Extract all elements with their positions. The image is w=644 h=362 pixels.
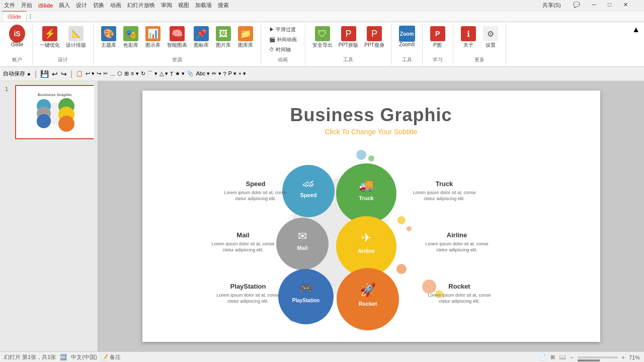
pptslim-button[interactable]: P PPT瘦身 xyxy=(361,24,387,50)
transition-menu[interactable]: 切换 xyxy=(93,2,104,9)
collapse-ribbon-btn[interactable]: ▲ xyxy=(630,23,642,36)
toolbar-copy-btn[interactable]: 📋 xyxy=(76,70,83,77)
addins-menu[interactable]: 加载项 xyxy=(195,2,212,9)
view-menu[interactable]: 视图 xyxy=(178,2,189,9)
svg-text:ctetur adipiscing elit.: ctetur adipiscing elit. xyxy=(436,247,477,252)
svg-text:✉: ✉ xyxy=(298,230,307,242)
normal-view-btn[interactable]: 📄 xyxy=(539,354,546,360)
svg-text:🎮: 🎮 xyxy=(299,282,313,295)
pptslim-label: PPT瘦身 xyxy=(364,42,384,49)
toolbar-txtbox-btn[interactable]: T xyxy=(170,71,174,77)
toolbar-shape2-btn[interactable]: △ ▾ xyxy=(159,70,168,77)
zoom-level[interactable]: 71% xyxy=(629,354,640,360)
toolbar-arrange-btn[interactable]: ⊞ xyxy=(124,70,129,77)
undo-btn[interactable]: ↩ xyxy=(52,70,58,78)
layout-button[interactable]: 📐 设计排版 xyxy=(63,24,89,50)
svg-text:🚚: 🚚 xyxy=(359,177,374,192)
insert-menu[interactable]: 插入 xyxy=(59,2,70,9)
photos-button[interactable]: 🖼 图片库 xyxy=(212,24,234,50)
toolbar-ref-btn[interactable]: 📎 xyxy=(187,70,194,77)
gallery-button[interactable]: 📁 图库库 xyxy=(234,24,257,50)
more-btn-group: ℹ 关于 ⚙ 设置 xyxy=(457,24,502,56)
icons-button[interactable]: 📌 图标库 xyxy=(190,24,212,50)
zoom-in-btn[interactable]: + xyxy=(622,354,625,360)
islide-button[interactable]: iS iSlide xyxy=(6,24,28,49)
slideshow-menu[interactable]: 幻灯片放映 xyxy=(127,2,155,9)
smartchart-button[interactable]: 🧠 智能图表 xyxy=(164,24,190,50)
slide-panel: 1 Business Graphic xyxy=(0,81,98,351)
svg-text:PlayStation: PlayStation xyxy=(230,283,266,290)
smartchart-label: 智能图表 xyxy=(167,42,187,49)
zoom-bar[interactable] xyxy=(578,356,618,358)
tab-islide[interactable]: iSlide xyxy=(2,11,27,22)
icons-label: 图标库 xyxy=(194,42,209,49)
optimize-button[interactable]: ⚡ 一键优化 xyxy=(37,24,63,50)
toolbar-abc-btn[interactable]: Abc ▾ xyxy=(196,70,210,77)
toolbar-redo2-btn[interactable]: ↪ xyxy=(97,70,101,77)
slide-sorter-btn[interactable]: ⊞ xyxy=(550,354,555,360)
optimize-label: 一键优化 xyxy=(40,42,60,49)
safeexport-button[interactable]: 🛡 安全导出 xyxy=(309,24,336,50)
islide-group-label: 账户 xyxy=(12,56,22,64)
diagram-button[interactable]: 📊 图示库 xyxy=(142,24,164,50)
svg-point-5 xyxy=(37,114,51,128)
slide-canvas: Business Graphic Click To Change Your Su… xyxy=(142,90,600,342)
pgraph-group-label: 学习 xyxy=(433,56,443,64)
ribbon-group-zoomit: Zoom ZoomIt 工具 xyxy=(392,23,423,65)
search-menu[interactable]: 搜索 xyxy=(218,2,229,9)
slide-thumbnail[interactable]: Business Graphic xyxy=(15,85,94,139)
pptprint-button[interactable]: P PPT拼版 xyxy=(336,24,361,50)
toolbar-anim-btn[interactable]: ★ ▾ xyxy=(175,70,185,77)
svg-text:🚀: 🚀 xyxy=(360,282,376,298)
islide-menu[interactable]: iSlide xyxy=(38,3,53,9)
svg-point-27 xyxy=(278,269,334,324)
slide-title[interactable]: Business Graphic xyxy=(142,90,600,126)
settings-button[interactable]: ⚙ 设置 xyxy=(479,24,502,50)
design-menu[interactable]: 设计 xyxy=(76,2,87,9)
toolbar-shapes-btn[interactable]: ⬡ xyxy=(117,70,122,77)
pptprint-icon: P xyxy=(341,26,357,42)
zoom-out-btn[interactable]: − xyxy=(570,354,573,360)
maximize-btn[interactable]: □ xyxy=(608,2,611,9)
ribbon-tabs: iSlide | xyxy=(0,11,644,22)
toolbar-help-btn[interactable]: ? xyxy=(223,71,226,77)
minimize-btn[interactable]: ─ xyxy=(592,2,596,9)
zoomit-button[interactable]: Zoom ZoomIt xyxy=(396,24,418,49)
animation-menu[interactable]: 动画 xyxy=(110,2,121,9)
toolbar-align-btn[interactable]: ≡ ▾ xyxy=(131,70,138,77)
file-menu[interactable]: 文件 xyxy=(4,2,15,9)
islide-icon: iS xyxy=(9,26,25,42)
home-menu[interactable]: 开始 xyxy=(21,2,32,9)
toolbar-rotate-btn[interactable]: ↻ xyxy=(141,70,145,77)
icons-icon: 📌 xyxy=(193,26,209,42)
toolbar-extra-btn[interactable]: + ▾ xyxy=(238,70,246,77)
toolbar-edit-btn[interactable]: ✏ ▾ xyxy=(212,70,221,77)
toolbar-connector-btn[interactable]: ⌒ ▾ xyxy=(147,70,157,77)
review-menu[interactable]: 审阅 xyxy=(161,2,172,9)
toolbar-undo2-btn[interactable]: ↩ ▾ xyxy=(86,70,95,77)
svg-text:PlayStation: PlayStation xyxy=(292,298,319,303)
theme-button[interactable]: 🎨 主题库 xyxy=(98,24,120,50)
tween-button[interactable]: 🎬 补间动画 xyxy=(267,35,299,44)
color-button[interactable]: 🎭 色彩库 xyxy=(120,24,142,50)
svg-point-9 xyxy=(356,150,366,160)
pgraph-button[interactable]: P P图 xyxy=(427,24,449,50)
timeline-button[interactable]: ⏱ 时间轴 xyxy=(267,45,299,54)
close-btn[interactable]: ✕ xyxy=(623,2,628,9)
smooth-button[interactable]: ▶ 平滑过渡 xyxy=(267,25,299,34)
slide-thumb-svg: Business Graphic xyxy=(16,86,94,138)
save-btn[interactable]: 💾 xyxy=(40,70,49,78)
qa-separator: | xyxy=(35,69,37,78)
share-btn[interactable]: 共享(S) xyxy=(542,2,561,9)
redo-btn[interactable]: ↪ xyxy=(61,70,67,78)
spell-icon: 🔤 xyxy=(60,354,67,360)
autosave-toggle[interactable]: ● xyxy=(27,71,31,77)
toolbar-more-btn[interactable]: … xyxy=(110,71,115,77)
toolbar-separator: | xyxy=(70,69,72,78)
reading-view-btn[interactable]: 📖 xyxy=(559,354,566,360)
about-button[interactable]: ℹ 关于 xyxy=(457,24,479,50)
ribbon-group-resources: 🎨 主题库 🎭 色彩库 📊 图示库 xyxy=(94,23,261,65)
comments-btn[interactable]: 💬 xyxy=(573,2,580,9)
toolbar-script-btn[interactable]: P ▾ xyxy=(228,70,236,77)
toolbar-clip-btn[interactable]: ✂ xyxy=(103,70,108,77)
